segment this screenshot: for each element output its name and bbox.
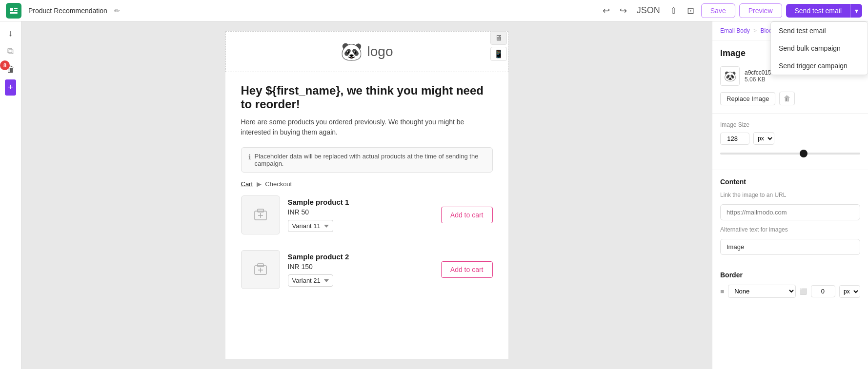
border-type-select[interactable]: None (728, 285, 796, 298)
panel-image-size-section: Image Size px (712, 114, 868, 170)
redo-button[interactable]: ↪ (617, 3, 630, 18)
svg-rect-5 (258, 209, 263, 212)
send-test-email-button[interactable]: Send test email (786, 4, 851, 18)
border-size-input[interactable] (811, 285, 835, 297)
send-dropdown-menu: Send test email Send bulk campaign Send … (770, 21, 868, 75)
product-row-2: Sample product 2 INR 150 Variant 21 Add … (241, 250, 493, 297)
topbar: Product Recommendation ✏ ↩ ↪ JSON ⇧ ⊡ Sa… (0, 0, 868, 21)
send-test-email-chevron[interactable]: ▾ (850, 4, 862, 18)
panel-content-section: Content Link the image to an URL Alterna… (712, 170, 868, 263)
topbar-actions: ↩ ↪ JSON ⇧ ⊡ Save Preview Send test emai… (600, 3, 862, 18)
product-price-1: INR 50 (288, 208, 433, 216)
image-actions: Replace Image 🗑 (720, 92, 860, 105)
product-image-1 (241, 195, 280, 234)
canvas-area: 🖥 📱 🐼 logo Hey ${first_name}, we think y… (21, 21, 712, 369)
image-size-row: px (720, 132, 860, 145)
product-info-1: Sample product 1 INR 50 Variant 11 (288, 198, 433, 232)
page-title: Product Recommendation (28, 7, 107, 15)
border-size-icon: ⬜ (800, 288, 807, 295)
main-layout: 8 ↓ ⧉ 🗑 + 🖥 📱 🐼 logo Hey ${first_name}, … (0, 21, 868, 369)
cart-link[interactable]: Cart (241, 180, 253, 188)
border-size-unit-select[interactable]: px (839, 285, 860, 298)
image-size-slider[interactable] (720, 153, 860, 155)
delete-image-button[interactable]: 🗑 (779, 92, 795, 105)
email-headline: Hey ${first_name}, we think you might ne… (241, 84, 493, 111)
email-subtext: Here are some products you ordered previ… (241, 117, 493, 137)
product-info-2: Sample product 2 INR 150 Variant 21 (288, 252, 433, 287)
add-to-cart-button-2[interactable]: Add to cart (441, 261, 493, 278)
undo-button[interactable]: ↩ (600, 3, 613, 18)
panda-icon: 🐼 (341, 41, 363, 62)
border-style-icon: ≡ (720, 288, 724, 295)
product-price-2: INR 150 (288, 263, 433, 271)
app-logo (6, 3, 21, 19)
alt-text-label: Alternative text for images (720, 226, 860, 233)
replace-image-button[interactable]: Replace Image (720, 92, 775, 105)
copy-button[interactable]: ⧉ (4, 43, 17, 59)
preview-button[interactable]: Preview (739, 3, 782, 18)
edit-icon[interactable]: ✏ (114, 7, 120, 15)
product-name-1: Sample product 1 (288, 198, 433, 206)
svg-rect-9 (258, 264, 263, 267)
json-button[interactable]: JSON (634, 3, 663, 18)
json-label: JSON (637, 5, 660, 16)
border-row: ≡ None ⬜ px (720, 285, 860, 298)
share-button[interactable]: ⇧ (667, 3, 680, 18)
move-down-button[interactable]: ↓ (5, 25, 16, 41)
image-filename: a9cfcc015 (745, 69, 771, 76)
breadcrumb-email-body[interactable]: Email Body (720, 27, 750, 34)
image-size-label: Image Size (720, 121, 860, 128)
dropdown-item-send-test[interactable]: Send test email (771, 22, 868, 39)
email-body: Hey ${first_name}, we think you might ne… (225, 72, 508, 316)
image-size-input[interactable] (720, 133, 749, 145)
left-toolbar: 8 ↓ ⧉ 🗑 + (0, 21, 21, 369)
email-logo-section: 🐼 logo (225, 31, 508, 72)
product-image-2 (241, 250, 280, 289)
add-to-cart-button-1[interactable]: Add to cart (441, 207, 493, 223)
preview-mode-button[interactable]: ⊡ (684, 3, 697, 18)
content-section-title: Content (720, 178, 860, 186)
info-box: ℹ Placeholder data will be replaced with… (241, 147, 493, 173)
product-name-2: Sample product 2 (288, 252, 433, 261)
add-block-button[interactable]: + (5, 79, 16, 96)
border-section: Border ≡ None ⬜ px (712, 263, 868, 306)
svg-rect-3 (10, 12, 18, 14)
variant-select-2[interactable]: Variant 21 (288, 274, 333, 287)
save-button[interactable]: Save (701, 3, 735, 18)
alt-text-input[interactable] (720, 239, 860, 255)
send-test-email-group: Send test email ▾ (786, 4, 863, 18)
dropdown-item-trigger[interactable]: Send trigger campaign (771, 57, 868, 75)
mobile-view-button[interactable]: 📱 (490, 47, 507, 61)
email-canvas: 🐼 logo Hey ${first_name}, we think you m… (225, 31, 508, 359)
svg-rect-1 (14, 8, 18, 9)
variant-select-1[interactable]: Variant 11 (288, 220, 333, 232)
product-row: Sample product 1 INR 50 Variant 11 Add t… (241, 195, 493, 242)
device-toggle: 🖥 📱 (490, 31, 507, 61)
link-url-label: Link the image to an URL (720, 192, 860, 198)
desktop-view-button[interactable]: 🖥 (490, 31, 507, 45)
dropdown-item-bulk[interactable]: Send bulk campaign (771, 39, 868, 57)
breadcrumb-separator: ▶ (257, 180, 262, 188)
svg-rect-0 (10, 8, 13, 11)
image-filesize: 5.06 KB (745, 76, 771, 83)
checkout-label: Checkout (265, 180, 292, 188)
notification-badge: 8 (0, 60, 10, 70)
logo-text: logo (367, 44, 393, 59)
info-text: Placeholder data will be replaced with a… (255, 153, 485, 167)
info-icon: ℹ (248, 153, 251, 161)
image-url-input[interactable] (720, 204, 860, 220)
cart-breadcrumb: Cart ▶ Checkout (241, 180, 493, 188)
slider-container (720, 149, 860, 156)
breadcrumb-sep: > (753, 27, 758, 34)
border-section-title: Border (720, 271, 860, 279)
svg-rect-2 (14, 10, 18, 11)
image-size-unit-select[interactable]: px (753, 132, 774, 145)
image-thumb: 🐼 (720, 66, 740, 86)
